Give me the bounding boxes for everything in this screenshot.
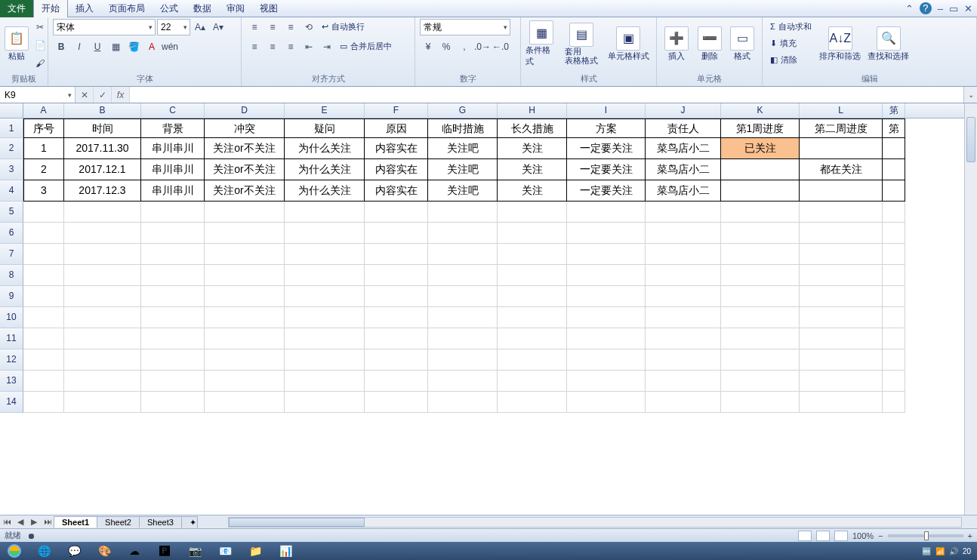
cell[interactable] [141,265,205,286]
grow-font-button[interactable]: A▴ [192,19,208,35]
cell[interactable] [205,371,285,392]
cell[interactable] [64,392,141,413]
cell[interactable]: 疑问 [285,118,365,138]
cell[interactable] [64,371,141,392]
cell[interactable] [800,138,883,159]
cell[interactable] [800,371,883,392]
sheet-nav-first[interactable]: ⏮ [0,517,14,527]
fill-color-button[interactable]: 🪣 [125,38,142,55]
cell[interactable]: 已关注 [721,138,800,159]
cell[interactable]: 串川串川 [141,138,205,159]
cell[interactable] [428,286,498,307]
cell[interactable]: 第1周进度 [721,118,800,138]
menu-tab-view[interactable]: 视图 [252,0,285,17]
formula-input[interactable] [130,87,963,103]
cell[interactable] [498,392,567,413]
font-color-button[interactable]: A [143,38,160,55]
cell[interactable] [64,328,141,349]
percent-button[interactable]: % [438,38,455,55]
cell[interactable] [64,244,141,265]
row-header[interactable]: 14 [0,392,23,413]
cell[interactable] [285,307,365,328]
cell[interactable] [721,286,800,307]
view-normal-button[interactable] [798,531,812,541]
cell[interactable] [64,223,141,244]
row-header[interactable]: 1 [0,118,23,138]
align-middle-button[interactable]: ≡ [264,19,281,35]
cell[interactable] [64,286,141,307]
view-pagelayout-button[interactable] [816,531,830,541]
cell[interactable] [141,202,205,223]
view-pagebreak-button[interactable] [834,531,848,541]
cell[interactable]: 为什么关注 [285,159,365,180]
find-select-button[interactable]: 🔍查找和选择 [866,19,911,69]
cell[interactable] [883,328,905,349]
zoom-level[interactable]: 100% [852,531,874,540]
cell[interactable] [498,202,567,223]
cell[interactable] [721,328,800,349]
col-header-C[interactable]: C [141,103,205,118]
col-header-E[interactable]: E [285,103,365,118]
cell[interactable] [883,307,905,328]
taskbar-app-1[interactable]: 🌐 [29,542,59,560]
cell[interactable]: 2017.12.3 [64,180,141,202]
cell[interactable]: 一定要关注 [567,180,646,202]
cell[interactable]: 1 [23,138,64,159]
cell[interactable] [285,392,365,413]
cell[interactable] [800,223,883,244]
orientation-button[interactable]: ⟲ [300,19,317,35]
cell[interactable] [498,349,567,371]
cell[interactable] [646,244,721,265]
cell[interactable] [883,180,905,202]
menu-tab-pagelayout[interactable]: 页面布局 [101,0,153,17]
cell[interactable]: 为什么关注 [285,180,365,202]
cell[interactable] [141,244,205,265]
cell[interactable] [800,180,883,202]
format-painter-button[interactable]: 🖌 [32,55,48,72]
increase-decimal-button[interactable]: .0→ [474,38,491,55]
row-header[interactable]: 13 [0,371,23,392]
taskbar-app-6[interactable]: 📷 [180,542,210,560]
cell[interactable]: 关注or不关注 [205,180,285,202]
col-header-K[interactable]: K [721,103,800,118]
cell[interactable]: 关注 [498,138,567,159]
cell[interactable] [205,307,285,328]
cell[interactable]: 关注or不关注 [205,138,285,159]
window-restore-icon[interactable]: ▭ [949,3,958,14]
expand-formula-bar-icon[interactable]: ⌄ [963,87,977,103]
row-header[interactable]: 3 [0,159,23,180]
cell[interactable] [428,244,498,265]
cell[interactable] [428,307,498,328]
decrease-decimal-button[interactable]: ←.0 [492,38,509,55]
cell[interactable] [498,307,567,328]
cell[interactable] [23,223,64,244]
taskbar-app-2[interactable]: 💬 [59,542,89,560]
cell[interactable] [883,349,905,371]
cell[interactable]: 关注 [498,159,567,180]
cell[interactable] [428,223,498,244]
menu-tab-insert[interactable]: 插入 [68,0,101,17]
cell[interactable] [205,202,285,223]
cell[interactable]: 方案 [567,118,646,138]
cell[interactable] [800,202,883,223]
cell[interactable] [141,349,205,371]
cell[interactable]: 串川串川 [141,180,205,202]
cell[interactable]: 2017.12.1 [64,159,141,180]
cell[interactable] [498,265,567,286]
sheet-nav-next[interactable]: ▶ [27,517,41,527]
cell[interactable] [721,265,800,286]
col-header-M[interactable]: 第 [883,103,905,118]
window-close-icon[interactable]: ✕ [964,3,972,14]
macro-record-icon[interactable]: ⏺ [27,531,35,540]
zoom-knob[interactable] [924,531,929,540]
cell[interactable] [205,244,285,265]
cell[interactable] [365,328,428,349]
cell[interactable] [800,307,883,328]
cell[interactable] [646,328,721,349]
cell[interactable] [567,328,646,349]
vscroll-thumb[interactable] [966,117,975,162]
cell[interactable] [23,307,64,328]
align-top-button[interactable]: ≡ [246,19,263,35]
cell[interactable]: 菜鸟店小二 [646,138,721,159]
ribbon-minimize-icon[interactable]: ⌃ [905,3,914,14]
